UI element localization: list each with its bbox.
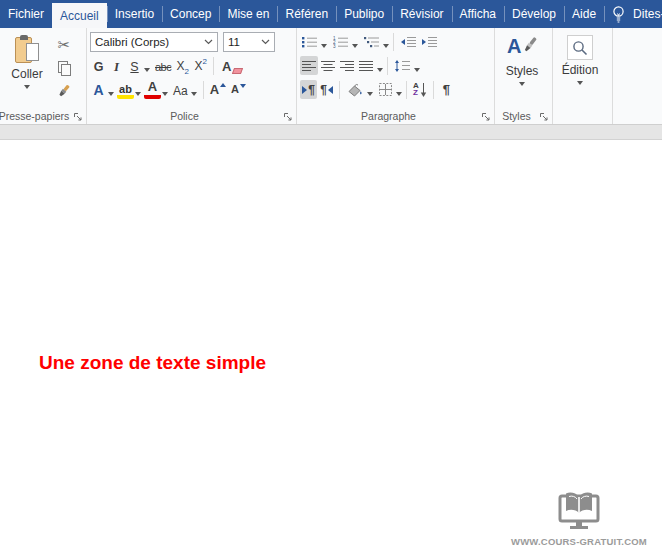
- shading-button[interactable]: [344, 80, 365, 99]
- text-effects-button[interactable]: A: [90, 80, 107, 99]
- tab-references[interactable]: Référen: [277, 0, 336, 28]
- paste-dropdown-arrow[interactable]: [24, 85, 30, 89]
- highlight-button[interactable]: ab: [117, 80, 134, 99]
- paragraph-dialog-launcher[interactable]: [481, 111, 491, 121]
- align-left-button[interactable]: [300, 56, 318, 75]
- scissors-icon: ✂: [58, 36, 71, 54]
- cut-button[interactable]: ✂: [53, 35, 75, 55]
- numbering-dropdown-arrow[interactable]: [352, 44, 358, 48]
- bullets-button[interactable]: [300, 32, 319, 51]
- group-edition: Édition: [553, 28, 613, 124]
- underline-dropdown-arrow[interactable]: [144, 68, 150, 72]
- align-center-icon: [321, 60, 335, 72]
- text-effects-dropdown-arrow[interactable]: [108, 92, 114, 96]
- ltr-direction-button[interactable]: ¶: [300, 80, 317, 99]
- clipboard-dialog-launcher[interactable]: [73, 111, 83, 121]
- line-spacing-dropdown-arrow[interactable]: [414, 68, 420, 72]
- bullets-dropdown-arrow[interactable]: [321, 44, 327, 48]
- decrease-indent-button[interactable]: [398, 32, 418, 51]
- tab-publipostage[interactable]: Publipo: [336, 0, 392, 28]
- tell-me-label: Dites-le-r: [633, 7, 662, 21]
- styles-icon: A: [505, 35, 539, 61]
- editing-dropdown-arrow[interactable]: [577, 81, 583, 85]
- align-right-icon: [340, 60, 354, 72]
- watermark: WWW.COURS-GRATUIT.COM: [504, 487, 654, 547]
- numbering-button[interactable]: 123: [331, 32, 350, 51]
- superscript-button[interactable]: X2: [192, 56, 209, 75]
- brush-icon: [521, 35, 539, 55]
- multilevel-dropdown-arrow[interactable]: [383, 44, 389, 48]
- justify-icon: [359, 60, 373, 72]
- grow-font-button[interactable]: A: [208, 80, 228, 99]
- document-top-strip: [0, 125, 662, 140]
- underline-button[interactable]: S: [126, 56, 143, 75]
- clear-formatting-button[interactable]: A: [218, 56, 235, 75]
- styles-dropdown-arrow[interactable]: [519, 82, 525, 86]
- change-case-button[interactable]: Aa: [171, 80, 190, 99]
- center-button[interactable]: [319, 56, 337, 75]
- tab-aide[interactable]: Aide: [564, 0, 604, 28]
- increase-indent-button[interactable]: [419, 32, 439, 51]
- magnifier-box: [567, 35, 593, 60]
- rtl-direction-button[interactable]: ¶: [318, 80, 335, 99]
- styles-dialog-launcher[interactable]: [539, 111, 549, 121]
- borders-button[interactable]: [377, 80, 394, 99]
- eraser-icon: [232, 68, 243, 74]
- subscript-button[interactable]: X2: [174, 56, 191, 75]
- styles-button[interactable]: A Styles: [498, 31, 546, 107]
- format-painter-button[interactable]: [53, 81, 75, 101]
- bullet-list-icon: [302, 36, 317, 48]
- numbered-list-icon: 123: [333, 36, 348, 48]
- font-size-combo[interactable]: 11: [223, 32, 275, 52]
- magnifier-icon: [572, 40, 588, 56]
- tab-accueil[interactable]: Accueil: [52, 3, 107, 28]
- chevron-down-icon: [204, 39, 213, 45]
- ribbon-empty-space: [613, 28, 662, 124]
- svg-text:3: 3: [333, 44, 336, 48]
- justify-dropdown-arrow[interactable]: [377, 68, 383, 72]
- chevron-down-icon: [261, 39, 270, 45]
- borders-dropdown-arrow[interactable]: [396, 92, 402, 96]
- show-formatting-marks-button[interactable]: ¶: [438, 80, 455, 99]
- line-spacing-button[interactable]: [392, 56, 412, 75]
- font-color-button[interactable]: A: [144, 80, 161, 99]
- multilevel-list-icon: [364, 36, 379, 48]
- tab-conception[interactable]: Concep: [162, 0, 219, 28]
- tab-fichier[interactable]: Fichier: [0, 0, 52, 28]
- tab-mise-en-page[interactable]: Mise en: [219, 0, 277, 28]
- sort-button[interactable]: AZ: [411, 80, 429, 99]
- document-text: Une zone de texte simple: [39, 352, 266, 374]
- paste-button[interactable]: Coller: [3, 31, 51, 107]
- tell-me-box[interactable]: Dites-le-r: [604, 0, 662, 28]
- justify-button[interactable]: [357, 56, 375, 75]
- shrink-font-button[interactable]: A: [229, 80, 248, 99]
- align-right-button[interactable]: [338, 56, 356, 75]
- styles-group-label: Styles: [495, 110, 538, 122]
- tab-insertion[interactable]: Insertio: [107, 0, 162, 28]
- tab-revision[interactable]: Révisior: [392, 0, 451, 28]
- clipboard-icon: [15, 35, 39, 64]
- bold-button[interactable]: G: [90, 56, 107, 75]
- font-color-dropdown-arrow[interactable]: [162, 92, 168, 96]
- document-canvas[interactable]: Une zone de texte simple WWW.COURS-GRATU…: [0, 140, 662, 552]
- group-police: Calibri (Corps) 11 G I S abc X2 X2 A: [87, 28, 297, 124]
- group-presse-papiers: Coller ✂: [0, 28, 87, 124]
- sort-arrow-icon: [420, 83, 427, 97]
- book-monitor-logo-icon: [553, 487, 605, 531]
- multilevel-list-button[interactable]: [362, 32, 381, 51]
- change-case-dropdown-arrow[interactable]: [191, 92, 197, 96]
- line-spacing-icon: [394, 60, 410, 72]
- editing-button[interactable]: Édition: [556, 31, 604, 107]
- highlight-dropdown-arrow[interactable]: [135, 92, 141, 96]
- caret-down-icon: [240, 84, 246, 88]
- clipboard-group-label: Presse-papiers: [0, 110, 72, 122]
- group-paragraphe: 123: [297, 28, 495, 124]
- italic-button[interactable]: I: [108, 56, 125, 75]
- font-dialog-launcher[interactable]: [283, 111, 293, 121]
- strikethrough-button[interactable]: abc: [153, 56, 173, 75]
- tab-developpeur[interactable]: Dévelop: [504, 0, 564, 28]
- shading-dropdown-arrow[interactable]: [367, 92, 373, 96]
- font-name-combo[interactable]: Calibri (Corps): [90, 32, 218, 52]
- copy-button[interactable]: [53, 58, 75, 78]
- tab-affichage[interactable]: Afficha: [452, 0, 504, 28]
